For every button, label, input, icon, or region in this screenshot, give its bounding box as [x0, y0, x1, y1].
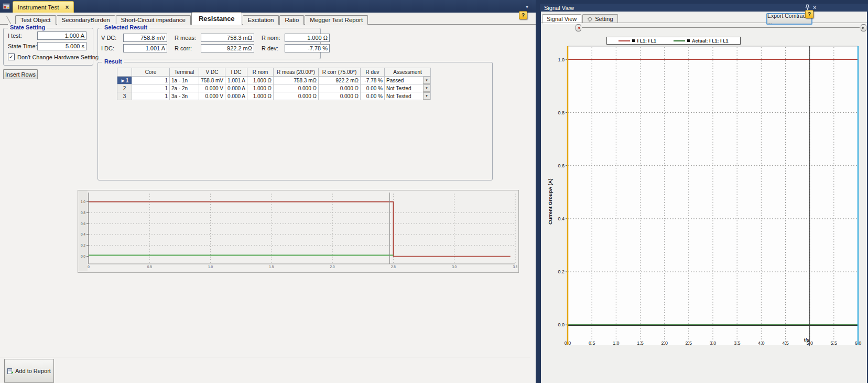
- chevron-down-icon[interactable]: ▾: [526, 4, 528, 9]
- series-i-test-set: [89, 202, 511, 257]
- row-selector[interactable]: 3: [117, 92, 132, 100]
- cell-rdev: 0.00 %: [361, 92, 385, 100]
- state-field-row: State Time:5.000 s: [8, 42, 93, 50]
- dont-change-hardware-checkbox[interactable]: ✓: [8, 54, 15, 60]
- signal-view-tabstrip: Signal ViewSetting: [542, 14, 619, 23]
- tab-excitation[interactable]: Excitation: [243, 15, 279, 25]
- selected-result-title: Selected Result: [102, 24, 149, 30]
- tab-secondaryburden[interactable]: SecondaryBurden: [57, 15, 115, 25]
- cell-vdc: 758.8 mV: [199, 77, 225, 84]
- column-header[interactable]: I DC: [225, 68, 247, 77]
- column-header[interactable]: [117, 68, 132, 77]
- state-field-label: State Time:: [8, 43, 37, 49]
- window-splitter[interactable]: [536, 0, 540, 383]
- table-row[interactable]: 313a - 3n0.000 V0.000 A1.000 Ω0.000 Ω0.0…: [117, 92, 431, 100]
- state-field-input-1[interactable]: 5.000 s: [37, 42, 86, 50]
- xtick-label: 1.5: [637, 341, 644, 346]
- close-icon[interactable]: ×: [813, 4, 816, 10]
- selected-result-value: -7.78 %: [285, 44, 330, 52]
- result-table[interactable]: CoreTerminalV DCI DCR nomR meas (20.00°)…: [117, 68, 431, 100]
- insert-rows-button[interactable]: Insert Rows: [3, 69, 38, 79]
- table-row[interactable]: 212a - 2n0.000 V0.000 A1.000 Ω0.000 Ω0.0…: [117, 84, 431, 92]
- selected-result-value: 1.000 Ω: [285, 34, 330, 42]
- tab-label: Signal View: [547, 16, 577, 22]
- chart-legend: I L1: I L1Actual: I L1: I L1: [606, 37, 741, 45]
- cell-core: 1: [132, 92, 170, 100]
- ytick-label: 1.0: [558, 57, 565, 62]
- tab-test-object[interactable]: Test Object: [15, 15, 56, 25]
- time-range-slider[interactable]: [582, 27, 860, 28]
- column-header[interactable]: R meas (20.00°): [274, 68, 319, 77]
- tab-ratio[interactable]: Ratio: [279, 15, 304, 25]
- dropdown-arrow-icon[interactable]: ▼: [423, 92, 430, 100]
- resistance-trend-svg: 1.00.80.60.40.20.000.51.01.52.02.53.03.5: [78, 190, 517, 271]
- legend-label: Actual: I L1: I L1: [692, 38, 729, 44]
- xtick-label: 5.5: [831, 341, 838, 346]
- xtick-label: 1.5: [269, 265, 274, 269]
- cell-rmeas: 0.000 Ω: [274, 92, 319, 100]
- tab-short-circuit-impedance[interactable]: Short-Circuit impedance: [116, 15, 191, 25]
- document-tab-instrument-test[interactable]: Instrument Test ×: [13, 1, 74, 13]
- plot-background: [568, 46, 858, 345]
- legend-label: I L1: I L1: [637, 38, 656, 44]
- xtick-label: 2.5: [686, 341, 692, 346]
- legend-item: I L1: I L1: [619, 38, 656, 44]
- selected-result-row: V DC:758.8 mVR meas:758.3 mΩR nom:1.000 …: [101, 34, 320, 42]
- cell-idc: 0.000 A: [225, 84, 247, 92]
- cell-core: 1: [132, 77, 170, 84]
- signal-view-panel: Signal View × Signal ViewSetting Export …: [540, 0, 868, 383]
- xtick-label: 2.0: [661, 341, 668, 346]
- selected-result-label: I DC:: [101, 45, 123, 51]
- signal-view-title: Signal View: [544, 5, 574, 11]
- selected-result-row: I DC:1.001 AR corr:922.2 mΩR dev:-7.78 %: [101, 44, 320, 52]
- cell-rdev: -7.78 %: [361, 77, 385, 84]
- tab-resistance[interactable]: Resistance: [191, 12, 242, 25]
- help-button-signal-view[interactable]: ?: [805, 10, 813, 18]
- xtick-label: 4.0: [758, 341, 765, 346]
- cell-rmeas: 758.3 mΩ: [274, 77, 319, 84]
- column-header[interactable]: R corr (75.00°): [319, 68, 361, 77]
- xtick-label: 1.0: [208, 265, 213, 269]
- dont-change-hardware-row: ✓ Don't Change Hardware Setting: [8, 54, 93, 60]
- column-header[interactable]: R nom: [247, 68, 274, 77]
- help-button[interactable]: ?: [519, 11, 527, 19]
- cell-assessment[interactable]: Not Tested▼: [385, 92, 431, 100]
- tab-setting[interactable]: Setting: [582, 14, 617, 23]
- tab-megger-test-report[interactable]: Megger Test Report: [305, 15, 368, 25]
- ytick-label: 0.6: [81, 222, 85, 226]
- selected-result-value: 1.001 A: [123, 44, 167, 52]
- state-field-input-0[interactable]: 1.000 A: [37, 31, 86, 40]
- column-header[interactable]: Core: [132, 68, 170, 77]
- legend-line-sample: [674, 40, 685, 41]
- cell-assessment[interactable]: Not Tested▼: [385, 84, 431, 92]
- column-header[interactable]: V DC: [199, 68, 225, 77]
- ytick-label: 0.8: [558, 110, 565, 115]
- cell-vdc: 0.000 V: [199, 84, 225, 92]
- row-selector[interactable]: 2: [117, 84, 132, 92]
- dropdown-arrow-icon[interactable]: ▼: [423, 77, 430, 84]
- table-row[interactable]: ►111a - 1n758.8 mV1.001 A1.000 Ω758.3 mΩ…: [117, 77, 431, 84]
- column-header[interactable]: Terminal: [170, 68, 199, 77]
- dropdown-arrow-icon[interactable]: ▼: [423, 84, 430, 92]
- range-start-handle[interactable]: [576, 24, 581, 31]
- tab-label: Setting: [595, 16, 613, 22]
- ytick-label: 1.0: [81, 200, 85, 204]
- state-setting-title: State Setting: [8, 24, 47, 30]
- xtick-label: 2.5: [391, 265, 396, 269]
- xtick-label: 1.0: [613, 341, 620, 346]
- add-to-report-button[interactable]: Add to Report: [4, 359, 54, 383]
- column-header[interactable]: R dev: [361, 68, 385, 77]
- range-end-handle[interactable]: [861, 24, 866, 31]
- row-selector[interactable]: ►1: [117, 77, 132, 84]
- cell-assessment[interactable]: Passed▼: [385, 77, 431, 84]
- ytick-label: 0.4: [81, 232, 85, 236]
- cell-terminal: 1a - 1n: [170, 77, 199, 84]
- assessment-value: Not Tested: [385, 93, 422, 99]
- selected-result-value: 922.2 mΩ: [201, 44, 254, 52]
- document-tab-label: Instrument Test: [18, 4, 59, 10]
- ytick-label: 0.2: [81, 243, 85, 247]
- signal-view-titlebar: Signal View: [540, 4, 868, 12]
- desktop: Instrument Test × ▾ Test ObjectSecondary…: [0, 0, 868, 383]
- column-header[interactable]: Assessment: [385, 68, 431, 77]
- close-icon[interactable]: ×: [65, 4, 69, 11]
